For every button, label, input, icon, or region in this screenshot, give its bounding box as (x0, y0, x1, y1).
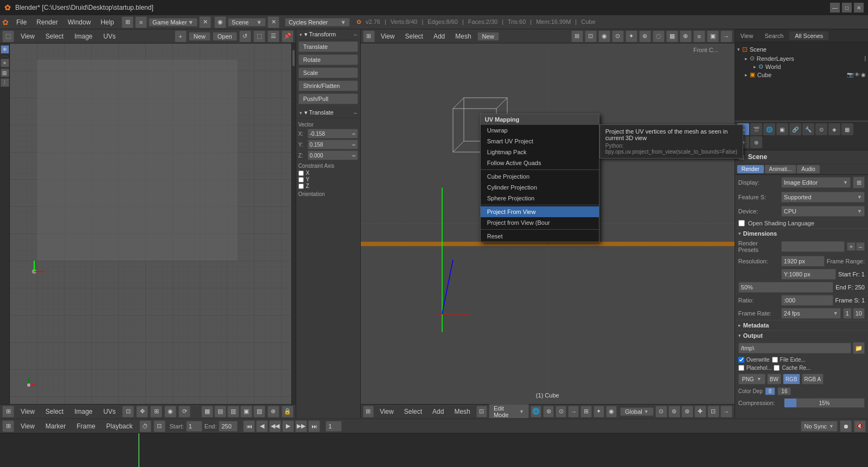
workspace-icon2[interactable]: ≡ (135, 16, 147, 28)
rp-obj-icon[interactable]: ▣ (776, 123, 788, 135)
fr-dropdown[interactable]: 24 fps ▼ (781, 308, 841, 319)
uv-select-menu[interactable]: Select (41, 31, 68, 41)
presets-minus[interactable]: – (856, 242, 865, 251)
cube-eye-icon[interactable]: 👁 (854, 72, 860, 78)
vp-bot-icon7[interactable]: ✦ (593, 406, 604, 418)
vp-bot-end5[interactable]: ⊡ (707, 406, 719, 418)
res-x-field[interactable]: 1920 px (781, 256, 825, 267)
tl-play-fwd[interactable]: ▶ (282, 420, 294, 432)
uv-lock-icon[interactable]: 🔒 (282, 406, 293, 418)
uv-header-icon[interactable]: ⬚ (2, 30, 14, 42)
output-path-field[interactable]: /tmp\ (738, 343, 851, 354)
vp-add-menu[interactable]: Add (429, 31, 449, 41)
cy-checkbox[interactable] (298, 177, 304, 182)
vp-icon9[interactable]: ⊕ (680, 30, 692, 42)
rp-tab-view[interactable]: View (735, 31, 760, 40)
render-menu[interactable]: Render (32, 17, 62, 27)
uv-sync-icon[interactable]: ⟳ (178, 406, 190, 418)
scale-btn[interactable]: Scale (298, 67, 358, 78)
rp-data-icon[interactable]: ⊙ (815, 123, 827, 135)
end-val[interactable]: 250 (219, 421, 238, 432)
vp-bot-end3[interactable]: ⊛ (681, 406, 693, 418)
tl-mode-icon[interactable]: ⊞ (2, 420, 14, 432)
x-arrow[interactable]: ◂▸ (352, 131, 356, 136)
uv-menu-smart[interactable]: Smart UV Project (481, 136, 599, 147)
uv-zoom-icon[interactable]: ⊕ (267, 406, 279, 418)
vp-mesh-menu[interactable]: Mesh (451, 31, 475, 41)
minimize-btn[interactable]: — (830, 3, 840, 12)
res-y-field[interactable]: Y:1080 px (781, 269, 836, 280)
uv-tool-select[interactable]: ✥ (1, 45, 9, 54)
shrink-btn[interactable]: Shrink/Flatten (298, 80, 358, 91)
y-arrow[interactable]: ◂▸ (352, 142, 356, 147)
vp-bot-end2[interactable]: ⊚ (668, 406, 680, 418)
edit-mode-selector[interactable]: Edit Mode ▼ (489, 404, 529, 419)
close-workspace[interactable]: ✕ (199, 16, 211, 28)
tl-frame-menu[interactable]: Frame (72, 421, 100, 431)
uv-view-menu[interactable]: View (16, 31, 39, 41)
display-dropdown[interactable]: Image Editor ▼ (781, 177, 851, 188)
uv-mode-icon2[interactable]: ⊡ (122, 406, 134, 418)
global-selector[interactable]: Global ▼ (620, 407, 654, 416)
uv-menu-project[interactable]: Project From View (481, 206, 599, 217)
z-field[interactable]: 0.000 ◂▸ (308, 150, 358, 160)
cz-checkbox[interactable] (298, 184, 304, 189)
vp-icon1[interactable]: ⊞ (571, 30, 583, 42)
uv-open-btn[interactable]: Open (213, 32, 237, 41)
vp-select-menu[interactable]: Select (401, 31, 427, 41)
uv-menu-cylinder[interactable]: Cylinder Projection (481, 182, 599, 193)
uv-move-icon[interactable]: ✥ (136, 406, 148, 418)
cube-render-icon[interactable]: ◉ (861, 72, 866, 78)
tl-view-menu[interactable]: View (16, 421, 39, 431)
uv-layout1[interactable]: ▦ (201, 406, 213, 418)
rp-scene-icon[interactable]: 🎬 (750, 123, 762, 135)
tl-jump-start[interactable]: ⏮ (243, 420, 255, 432)
device-dropdown[interactable]: CPU ▼ (781, 206, 865, 217)
render-subtab-audio[interactable]: Audio (797, 165, 820, 173)
uv-snap-icon[interactable]: ⊞ (150, 406, 162, 418)
cachere-check[interactable] (774, 365, 780, 371)
vp-icon11[interactable]: ▣ (707, 30, 719, 42)
rgba-toggle[interactable]: RGB A (802, 374, 824, 384)
transform-options[interactable]: – (354, 31, 357, 37)
osl-checkbox[interactable] (738, 220, 745, 226)
rp-tab-search[interactable]: Search (759, 31, 789, 40)
frame-val[interactable]: 1 (326, 421, 342, 432)
pushpull-btn[interactable]: Push/Pull (298, 93, 358, 104)
vp-bot-globe[interactable]: 🌐 (531, 406, 541, 418)
uv-tool-grab[interactable]: ≡ (1, 59, 9, 67)
bw-toggle[interactable]: BW (767, 374, 781, 384)
vp-bot-select[interactable]: Select (400, 407, 426, 416)
vp-icon6[interactable]: ⊛ (639, 30, 651, 42)
workspace-selector[interactable]: Game Maker ▼ (149, 18, 197, 27)
vp-icon8[interactable]: ▦ (666, 30, 678, 42)
tl-record-icon[interactable]: ⏺ (840, 420, 852, 432)
vp-bot-icon2[interactable]: ⊡ (476, 406, 487, 418)
vp-icon5[interactable]: ✦ (626, 30, 637, 42)
placeholder-check[interactable] (738, 365, 744, 371)
y-field[interactable]: 0.158 ◂▸ (308, 140, 358, 149)
pct-field[interactable]: 50% (738, 282, 833, 293)
rp-tex-icon[interactable]: ▦ (841, 123, 853, 135)
vp-bot-end4[interactable]: ✚ (694, 406, 706, 418)
vp-new-btn[interactable]: New (477, 32, 499, 41)
tl-playback-menu[interactable]: Playback (102, 421, 137, 431)
uv-new-btn[interactable]: New (189, 32, 210, 41)
uv-menu-unwrap[interactable]: Unwrap (481, 125, 599, 136)
uv-uvs-menu[interactable]: UVs (99, 31, 120, 41)
vp-icon2[interactable]: ⊡ (585, 30, 597, 42)
uv-bot-image[interactable]: Image (70, 407, 97, 416)
uv-reload-icon[interactable]: ↺ (239, 30, 251, 42)
cx-checkbox[interactable] (298, 171, 304, 176)
scene-icon[interactable]: ◉ (214, 16, 226, 28)
uv-menu-cube[interactable]: Cube Projection (481, 171, 599, 182)
vp-bot-end6[interactable]: → (720, 406, 732, 418)
vp-bot-view[interactable]: View (375, 407, 398, 416)
x-field[interactable]: -0.158 ◂▸ (308, 129, 358, 138)
tl-prev-frame[interactable]: ◀ (256, 420, 268, 432)
uv-pin-icon[interactable]: 📌 (282, 30, 293, 42)
vp-header-icon[interactable]: ⊞ (363, 30, 375, 42)
rp-phys-icon[interactable]: ⊛ (750, 136, 762, 148)
vp-bot-icon6[interactable]: ⊞ (580, 406, 591, 418)
nosync-dropdown[interactable]: No Sync ▼ (801, 421, 838, 432)
